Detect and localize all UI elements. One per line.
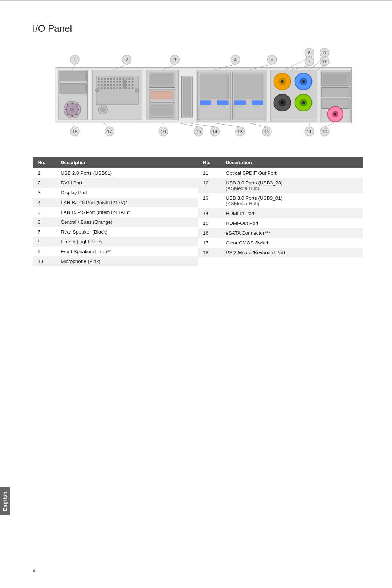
- svg-rect-21: [60, 72, 86, 81]
- row-no: 18: [198, 248, 221, 257]
- row-no: 15: [198, 218, 221, 228]
- row-desc: USB 3.0 Ports (USB3_01)(ASMedia Hub): [221, 193, 363, 208]
- svg-line-162: [249, 123, 267, 127]
- row-desc: Display Port: [56, 188, 198, 198]
- row-no: 10: [33, 256, 56, 266]
- svg-rect-72: [132, 84, 133, 86]
- svg-point-29: [65, 109, 67, 110]
- left-table: No. Description 1 USB 2.0 Ports (USB01)2…: [33, 157, 198, 266]
- row-no: 6: [33, 217, 56, 227]
- row-desc: Clear CMOS Switch: [221, 238, 363, 248]
- svg-rect-37: [98, 78, 99, 80]
- svg-rect-76: [107, 87, 109, 89]
- table-row: 3 Display Port: [33, 188, 198, 198]
- svg-rect-98: [183, 78, 191, 116]
- svg-rect-71: [129, 84, 130, 86]
- row-desc: Rear Speaker (Black): [56, 227, 198, 237]
- left-header-no: No.: [33, 157, 56, 168]
- table-row: 14 HDMI-In Port: [198, 208, 363, 218]
- svg-rect-92: [151, 74, 173, 85]
- svg-rect-36: [96, 76, 138, 105]
- svg-rect-123: [323, 74, 347, 83]
- table-row: 4 LAN RJ-45 Port (Intelfi I217V)*: [33, 198, 198, 207]
- table-row: 12 USB 3.0 Ports (USB3_23)(ASMedia Hub): [198, 178, 363, 193]
- table-row: 16 eSATA Connector***: [198, 228, 363, 238]
- right-header-desc: Description: [221, 157, 363, 168]
- svg-rect-80: [119, 87, 121, 89]
- io-panel-svg: 1 2 3 4 5 6 7 8: [33, 45, 363, 145]
- svg-text:18: 18: [72, 129, 77, 134]
- table-row: 7 Rear Speaker (Black): [33, 227, 198, 237]
- svg-text:1: 1: [74, 57, 76, 62]
- svg-rect-49: [98, 81, 99, 82]
- row-no: 13: [198, 193, 221, 208]
- row-desc: Central / Bass (Orange): [56, 217, 198, 227]
- svg-line-160: [187, 123, 215, 127]
- svg-rect-101: [200, 74, 228, 99]
- row-desc: Line In (Light Blue): [56, 237, 198, 247]
- sidebar-english-label: English: [0, 487, 10, 515]
- table-row: 8 Line In (Light Blue): [33, 237, 198, 247]
- svg-rect-84: [132, 87, 133, 89]
- svg-text:12: 12: [264, 129, 269, 134]
- svg-text:17: 17: [107, 129, 112, 134]
- svg-rect-60: [132, 81, 133, 82]
- svg-rect-47: [129, 78, 130, 80]
- svg-rect-87: [123, 80, 126, 89]
- svg-rect-68: [119, 84, 121, 86]
- row-desc: LAN RJ-45 Port (Intelfi I211AT)*: [56, 207, 198, 217]
- row-desc: LAN RJ-45 Port (Intelfi I217V)*: [56, 198, 198, 207]
- svg-rect-103: [217, 100, 229, 105]
- svg-text:9: 9: [323, 59, 326, 64]
- row-desc: Front Speaker (Lime)**: [56, 247, 198, 256]
- svg-rect-63: [104, 84, 106, 86]
- svg-point-26: [70, 108, 74, 111]
- row-no: 11: [198, 168, 221, 178]
- svg-rect-52: [107, 81, 109, 82]
- svg-rect-78: [113, 87, 115, 89]
- svg-text:11: 11: [307, 129, 312, 134]
- svg-rect-74: [101, 87, 102, 89]
- table-row: 18 PS/2 Mouse/Keyboard Port: [198, 248, 363, 257]
- svg-rect-23: [60, 84, 86, 93]
- svg-rect-94: [151, 91, 173, 99]
- svg-point-85: [96, 88, 100, 92]
- row-no: 5: [33, 207, 56, 217]
- svg-rect-67: [117, 84, 118, 86]
- svg-text:4: 4: [234, 57, 237, 62]
- row-no: 1: [33, 168, 56, 178]
- svg-line-159: [179, 123, 199, 127]
- svg-rect-79: [117, 87, 118, 89]
- row-no: 8: [33, 237, 56, 247]
- row-no: 14: [198, 208, 221, 218]
- svg-point-120: [302, 101, 305, 104]
- row-desc: Microphone (Pink): [56, 256, 198, 266]
- svg-point-114: [281, 101, 284, 104]
- svg-rect-77: [110, 87, 112, 89]
- row-desc: eSATA Connector***: [221, 228, 363, 238]
- svg-line-158: [163, 123, 163, 127]
- right-table: No. Description 11 Optical SPDIF Out Por…: [198, 157, 363, 266]
- table-row: 17 Clear CMOS Switch: [198, 238, 363, 248]
- svg-rect-38: [101, 78, 102, 80]
- svg-text:6: 6: [308, 50, 310, 56]
- row-no: 4: [33, 198, 56, 207]
- svg-rect-51: [104, 81, 106, 82]
- svg-rect-64: [107, 84, 109, 86]
- svg-line-164: [324, 123, 335, 127]
- table-row: 11 Optical SPDIF Out Port: [198, 168, 363, 178]
- row-no: 7: [33, 227, 56, 237]
- svg-point-30: [78, 109, 79, 110]
- row-desc: DVI-I Port: [56, 178, 198, 188]
- svg-text:16: 16: [161, 129, 166, 134]
- svg-line-157: [103, 123, 110, 127]
- table-row: 1 USB 2.0 Ports (USB01): [33, 168, 198, 178]
- svg-text:2: 2: [126, 57, 128, 62]
- svg-rect-106: [234, 100, 246, 105]
- svg-rect-102: [200, 100, 211, 105]
- svg-text:3: 3: [173, 57, 176, 62]
- description-tables: No. Description 1 USB 2.0 Ports (USB01)2…: [33, 157, 363, 266]
- row-desc: USB 2.0 Ports (USB01): [56, 168, 198, 178]
- svg-rect-107: [252, 100, 263, 105]
- table-row: 2 DVI-I Port: [33, 178, 198, 188]
